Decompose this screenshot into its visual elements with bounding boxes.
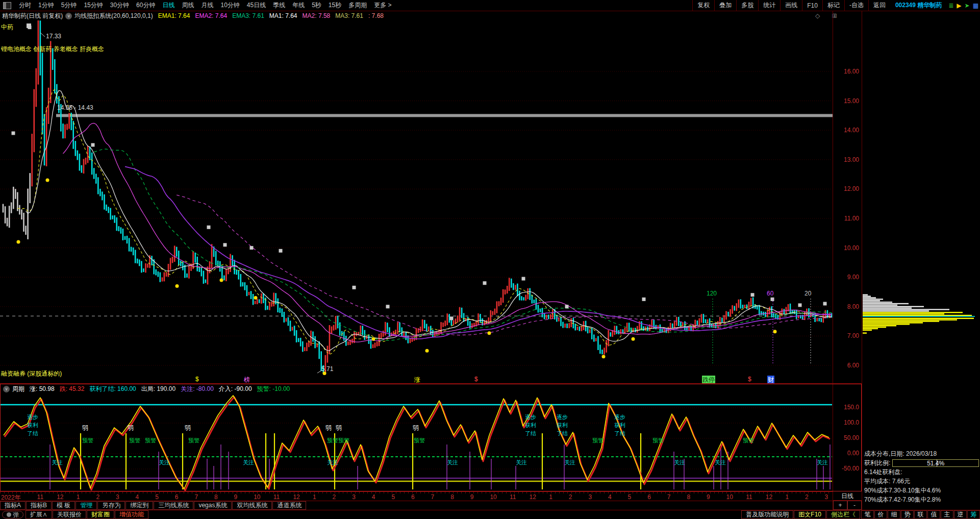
ma-value: EMA2: 7.64 [195,12,227,19]
menu-right-group: 复权叠加多股统计画线F10标记-自选返回 002349 精华制药 ≣▶➤▦ [692,0,980,11]
timeframe-日线[interactable]: 日线 [159,2,178,9]
profit-ratio-marker [937,460,937,466]
date-month-label: 1 [549,493,552,501]
status-关联报价[interactable]: 关联报价 [53,510,86,519]
svg-text:了结: 了结 [27,430,38,436]
price-tick-label: 12.00 [834,185,859,192]
quote-list-icon[interactable]: ≣ [947,2,955,9]
timeframe-1分钟[interactable]: 1分钟 [35,2,58,9]
toolbar-绑定到[interactable]: 绑定到 [125,501,153,510]
svg-text:预警: 预警 [82,437,93,443]
toolbar-指标A[interactable]: 指标A [0,501,26,510]
sector-tag: 中药 [1,23,13,32]
zoom-out-button[interactable]: - [847,501,862,510]
status-扩展∧[interactable]: 扩展∧ [26,510,52,519]
svg-text:弱: 弱 [325,424,332,431]
pane-corner-icons[interactable]: ◇ ⊞ [815,12,842,19]
popup-toggle[interactable]: 弹 [2,511,23,518]
date-month-label: 10 [254,493,260,501]
menu-多股[interactable]: 多股 [736,0,758,11]
indicator-pane-dropdown-icon[interactable]: ∨ [3,386,10,392]
timeframe-月线[interactable]: 月线 [197,2,217,9]
timeframe-menu: 分时1分钟5分钟15分钟30分钟60分钟日线周线月线10分钟45日线季线年线5秒… [15,1,395,10]
play-icon[interactable]: ▶ [955,2,963,9]
date-month-label: 4 [372,493,375,501]
timeframe-5分钟[interactable]: 5分钟 [58,2,81,9]
toolbar-管理[interactable]: 管理 [76,501,97,510]
cost-distribution-panel[interactable]: 成本分布,日期: 2026/03/18 获利比例: 51.4% 6.14处获利盘… [862,11,980,519]
cost-date-line: 成本分布,日期: 2026/03/18 [864,449,979,458]
timeframe-15分钟[interactable]: 15分钟 [80,2,106,9]
date-month-label: 9 [707,493,710,501]
status-侧边栏《[interactable]: 侧边栏《 [826,510,860,519]
timeframe-分时[interactable]: 分时 [15,2,35,9]
menu-返回[interactable]: 返回 [868,0,890,11]
menu-复权[interactable]: 复权 [692,0,714,11]
svg-text:获利: 获利 [614,422,625,428]
menu-统计[interactable]: 统计 [758,0,780,11]
main-price-chart[interactable]: 中药17.33锂电池概念 创新药 养老概念 肝炎概念14.55 - 14.435… [0,20,833,384]
popup-toggle-label: 弹 [13,511,19,518]
toolbar-通道系统[interactable]: 通道系统 [272,501,306,510]
window-split-icon[interactable] [3,2,11,9]
menu-F10[interactable]: F10 [802,0,822,11]
date-month-label: 6 [647,493,651,501]
date-month-label: 5 [628,493,632,501]
timeframe-周线[interactable]: 周线 [178,2,197,9]
svg-text:获利: 获利 [557,422,568,428]
status-增值功能[interactable]: 增值功能 [115,510,148,519]
toolbar-指标B[interactable]: 指标B [26,501,52,510]
indicator-name[interactable]: 周期 [12,385,24,393]
date-month-label: 3 [825,493,828,501]
toolbar-双均线系统[interactable]: 双均线系统 [232,501,272,510]
timeframe-60分钟[interactable]: 60分钟 [133,2,159,9]
status-bar: 弹扩展∧关联报价财富圈增值功能 普及版功能说明图文F10侧边栏《 笔价细势联值主… [0,510,980,519]
status-普及版功能说明[interactable]: 普及版功能说明 [741,510,793,519]
menu-标记[interactable]: 标记 [822,0,844,11]
timeframe-15秒[interactable]: 15秒 [325,2,345,9]
indicator-dropdown-icon[interactable]: ∨ [65,13,72,19]
price-tick-label: 15.00 [834,97,859,105]
status-财富圈[interactable]: 财富圈 [87,510,114,519]
peak-price-label: 17.33 [46,33,61,40]
timeframe-45日线[interactable]: 45日线 [243,2,269,9]
arrow-icon[interactable]: ➤ [963,2,971,9]
toolbar-另存为[interactable]: 另存为 [97,501,125,510]
svg-text:逐步: 逐步 [557,414,568,420]
menu--自选[interactable]: -自选 [844,0,868,11]
date-month-label: 5 [155,493,159,501]
timeframe-10分钟[interactable]: 10分钟 [217,2,243,9]
timeframe-多周期[interactable]: 多周期 [345,2,370,9]
svg-text:预警: 预警 [188,437,199,443]
period-selector[interactable]: 日线 [833,492,862,501]
date-month-label: 12 [57,493,63,501]
indicator-param: 获利了结: 160.00 [89,385,136,393]
cost-distribution-info: 成本分布,日期: 2026/03/18 获利比例: 51.4% 6.14处获利盘… [864,449,979,504]
toolbar-模板[interactable]: 模 板 [52,501,75,510]
date-month-label: 4 [608,493,612,501]
timeframe-更多 >[interactable]: 更多 > [370,2,395,9]
toolbar-vegas系统[interactable]: vegas系统 [194,501,232,510]
zoom-in-button[interactable]: + [833,501,847,510]
menu-叠加[interactable]: 叠加 [714,0,736,11]
ma-value: MA2: 7.58 [303,12,331,19]
date-month-label: 9 [470,493,474,501]
window-icon[interactable]: ▦ [971,2,980,9]
date-month-label: 7 [194,493,198,501]
timeframe-季线[interactable]: 季线 [269,2,289,9]
indicator-sub-pane[interactable]: ∨ 周期 涨: 50.98跌: 45.32获利了结: 160.00出局: 190… [0,384,862,491]
svg-text:获利: 获利 [27,422,38,428]
date-month-label: 3 [116,493,119,501]
timeframe-5秒[interactable]: 5秒 [308,2,325,9]
event-marker: $ [748,376,751,383]
timeframe-年线[interactable]: 年线 [289,2,308,9]
profit-at-price-line: 6.14处获利盘: [864,467,979,477]
price-tick-label: 10.00 [834,244,859,252]
svg-text:预警: 预警 [414,437,425,443]
date-month-label: 9 [234,493,238,501]
timeframe-30分钟[interactable]: 30分钟 [107,2,133,9]
status-图文F10[interactable]: 图文F10 [794,510,826,519]
indicator-title[interactable]: 均线抵扣系统(20,60,120,0,1) [74,12,153,20]
menu-画线[interactable]: 画线 [780,0,802,11]
toolbar-三均线系统[interactable]: 三均线系统 [154,501,193,510]
